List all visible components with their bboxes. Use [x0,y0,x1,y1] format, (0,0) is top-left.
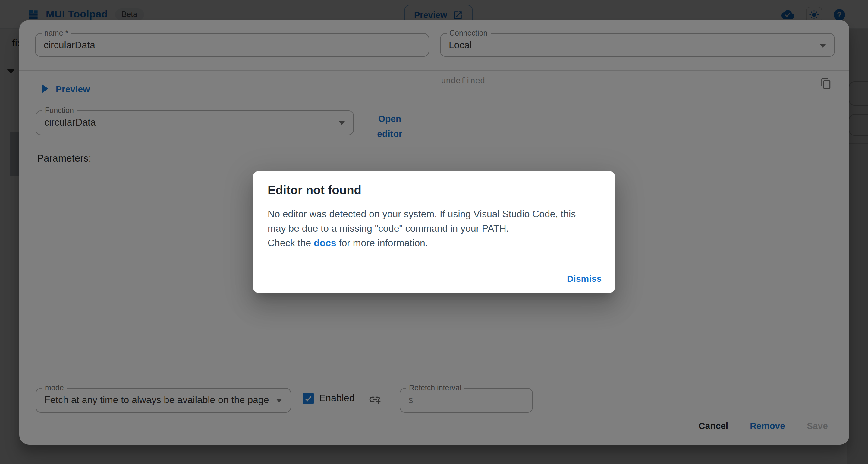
dismiss-button[interactable]: Dismiss [561,269,607,288]
dialog-body-line2: may be due to a missing "code" command i… [268,223,509,233]
dialog-body-line3-suffix: for more information. [336,238,428,248]
dialog-body: No editor was detected on your system. I… [268,207,600,251]
dialog-body-line3-prefix: Check the [268,238,314,248]
dialog-title: Editor not found [268,183,361,197]
editor-not-found-dialog: Editor not found No editor was detected … [253,171,615,293]
docs-link[interactable]: docs [314,238,336,248]
screen: MUI Toolpad Beta Preview ? fix [0,0,868,464]
dialog-body-line1: No editor was detected on your system. I… [268,209,576,219]
